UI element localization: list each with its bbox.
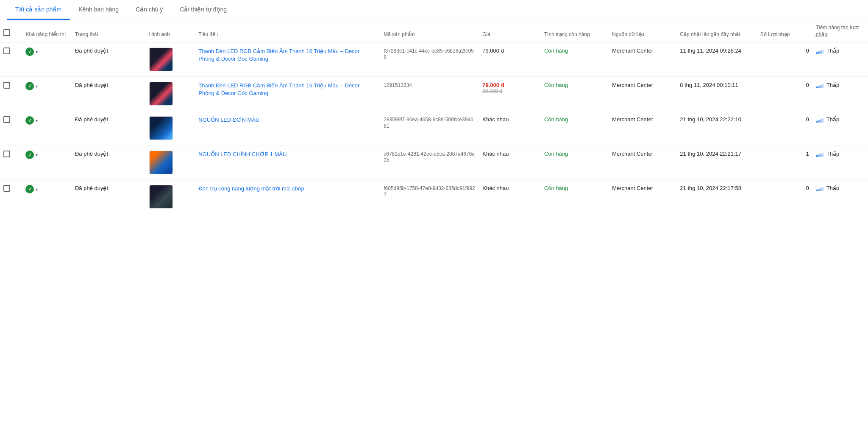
row-status-2: Đã phê duyệt: [72, 111, 146, 145]
row-check-3: [0, 145, 22, 180]
th-image: Hình ảnh: [146, 20, 195, 42]
row-potential-3: Thấp: [812, 145, 868, 180]
bar3-3: [820, 154, 822, 157]
th-visibility: Khả năng hiển thị: [22, 20, 72, 42]
th-title[interactable]: Tiêu đề ↓: [195, 20, 380, 42]
row-potential-0: Thấp: [812, 42, 868, 77]
row-checkbox-4[interactable]: [3, 185, 10, 192]
row-check-0: [0, 42, 22, 77]
product-thumbnail-1: [149, 82, 173, 106]
approved-icon-2: [25, 116, 34, 125]
row-title-1: Thanh Đèn LED RGB Cảm Biến Âm Thanh 16 T…: [195, 77, 380, 111]
bar2-2: [818, 120, 820, 123]
bar1-4: [816, 190, 818, 191]
th-potential: Tiềm năng tạo lượt nhập: [812, 20, 868, 42]
table-row: ▾ Đã phê duyệt Đèn trụ công năng lượng m…: [0, 180, 868, 214]
table-row: ▾ Đã phê duyệt Thanh Đèn LED RGB Cảm Biế…: [0, 42, 868, 77]
product-thumbnail-2: [149, 116, 173, 140]
row-sku-0: f37283e1-c41c-44cc-be85-c6b16a2fe058: [380, 42, 479, 77]
row-source-2: Merchant Center: [609, 111, 676, 145]
tab-attention[interactable]: Cần chú ý: [127, 0, 171, 20]
row-visibility-1: ▾: [22, 77, 72, 111]
row-source-1: Merchant Center: [609, 77, 676, 111]
row-potential-4: Thấp: [812, 180, 868, 214]
table-header-row: Khả năng hiển thị Trạng thái Hình ảnh Ti…: [0, 20, 868, 42]
row-potential-1: Thấp: [812, 77, 868, 111]
tab-auto[interactable]: Cải thiện tự động: [171, 0, 235, 20]
products-table-container: Khả năng hiển thị Trạng thái Hình ảnh Ti…: [0, 20, 868, 214]
title-sort-icon: ↓: [216, 31, 219, 38]
bar4-1: [822, 84, 824, 88]
dropdown-arrow-1[interactable]: ▾: [36, 84, 38, 89]
row-title-2: NGUỒN LED ĐƠN MÀU: [195, 111, 380, 145]
bar-chart-3: [816, 151, 824, 157]
dropdown-arrow-3[interactable]: ▾: [36, 153, 38, 157]
row-sku-4: f605d95b-1758-47e8-9d32-635dc91f9927: [380, 180, 479, 214]
bar3-1: [820, 85, 822, 88]
row-status-3: Đã phê duyệt: [72, 145, 146, 180]
approved-icon-3: [25, 151, 34, 159]
row-updated-3: 21 thg 10, 2024 22:21:17: [676, 145, 757, 180]
dropdown-arrow-2[interactable]: ▾: [36, 118, 38, 123]
row-checkbox-2[interactable]: [3, 116, 10, 123]
row-stock-4: Còn hàng: [541, 180, 609, 214]
row-source-4: Merchant Center: [609, 180, 676, 214]
row-visibility-4: ▾: [22, 180, 72, 214]
row-stock-3: Còn hàng: [541, 145, 609, 180]
row-price-1: 79.000 đ 99.000 đ: [479, 77, 541, 111]
product-link-2[interactable]: NGUỒN LED ĐƠN MÀU: [198, 117, 259, 123]
row-status-4: Đã phê duyệt: [72, 180, 146, 214]
row-image-0: [146, 42, 195, 77]
th-source: Nguồn dữ liệu: [609, 20, 676, 42]
row-sku-1: 1291513834: [380, 77, 479, 111]
th-price: Giá: [479, 20, 541, 42]
bar3-4: [820, 188, 822, 191]
approved-icon-0: [25, 48, 34, 56]
table-row: ▾ Đã phê duyệt NGUỒN LED ĐƠN MÀU 283599f…: [0, 111, 868, 145]
bar-chart-1: [816, 82, 824, 88]
row-visits-2: 0: [757, 111, 812, 145]
row-checkbox-1[interactable]: [3, 82, 10, 89]
bar1-1: [816, 87, 818, 88]
product-link-0[interactable]: Thanh Đèn LED RGB Cảm Biến Âm Thanh 16 T…: [198, 48, 359, 62]
row-status-0: Đã phê duyệt: [72, 42, 146, 77]
row-potential-2: Thấp: [812, 111, 868, 145]
row-check-4: [0, 180, 22, 214]
th-visits: Số lượt nhập: [757, 20, 812, 42]
row-price-3: Khác nhau: [479, 145, 541, 180]
dropdown-arrow-4[interactable]: ▾: [36, 187, 38, 192]
row-stock-0: Còn hàng: [541, 42, 609, 77]
row-image-3: [146, 145, 195, 180]
row-status-1: Đã phê duyệt: [72, 77, 146, 111]
tab-channels[interactable]: Kênh bán hàng: [70, 0, 127, 20]
bar4-0: [822, 50, 824, 54]
row-image-4: [146, 180, 195, 214]
product-link-3[interactable]: NGUỒN LED CHÍNH CHỚP 1 MÀU: [198, 151, 287, 157]
select-all-checkbox[interactable]: [3, 29, 10, 36]
row-title-0: Thanh Đèn LED RGB Cảm Biến Âm Thanh 16 T…: [195, 42, 380, 77]
bar2-4: [818, 189, 820, 191]
table-row: ▾ Đã phê duyệt Thanh Đèn LED RGB Cảm Biế…: [0, 77, 868, 111]
bar2-0: [818, 51, 820, 54]
row-sku-3: c6781e1e-4281-42ee-a5ca-2087a4676e2b: [380, 145, 479, 180]
row-visibility-0: ▾: [22, 42, 72, 77]
bar3-0: [820, 50, 822, 54]
row-checkbox-0[interactable]: [3, 48, 10, 54]
row-check-2: [0, 111, 22, 145]
row-source-0: Merchant Center: [609, 42, 676, 77]
row-check-1: [0, 77, 22, 111]
bar3-2: [820, 119, 822, 123]
tab-all[interactable]: Tất cả sản phẩm: [7, 0, 70, 20]
product-link-4[interactable]: Đèn trụ công năng lượng mặt trời mái chó…: [198, 185, 304, 192]
bar-chart-2: [816, 117, 824, 123]
row-price-0: 79.000 đ: [479, 42, 541, 77]
row-title-3: NGUỒN LED CHÍNH CHỚP 1 MÀU: [195, 145, 380, 180]
product-link-1[interactable]: Thanh Đèn LED RGB Cảm Biến Âm Thanh 16 T…: [198, 82, 359, 96]
bar1-0: [816, 52, 818, 54]
dropdown-arrow-0[interactable]: ▾: [36, 50, 38, 54]
tabs-bar: Tất cả sản phẩm Kênh bán hàng Cần chú ý …: [0, 0, 868, 20]
row-visits-1: 0: [757, 77, 812, 111]
row-checkbox-3[interactable]: [3, 151, 10, 157]
row-updated-0: 11 thg 11, 2024 09:28:24: [676, 42, 757, 77]
bar-chart-4: [816, 185, 824, 191]
